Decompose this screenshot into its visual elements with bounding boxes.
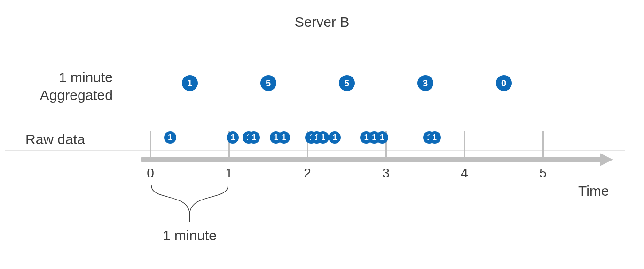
raw-marker: 1 xyxy=(227,131,239,144)
axis-tick xyxy=(542,131,544,157)
diagram-title: Server B xyxy=(0,14,644,30)
timeline-chart: 012345Time155301111111111111111 minute xyxy=(136,56,625,254)
aggregated-label-line1: 1 minute xyxy=(59,69,113,85)
aggregated-marker: 1 xyxy=(182,75,198,91)
axis-tick-label: 5 xyxy=(539,166,547,181)
axis-tick-label: 4 xyxy=(461,166,468,181)
aggregated-marker: 5 xyxy=(260,75,276,91)
axis-caption: Time xyxy=(578,183,609,199)
raw-marker: 1 xyxy=(164,131,176,144)
axis-tick-label: 2 xyxy=(304,166,311,181)
raw-marker: 1 xyxy=(429,131,441,144)
guide-line xyxy=(5,150,625,151)
aggregated-row-label: 1 minute Aggregated xyxy=(14,69,113,104)
axis-tick xyxy=(464,131,465,157)
axis-arrowhead-icon xyxy=(600,153,613,166)
aggregated-marker: 3 xyxy=(417,75,433,91)
aggregated-label-line2: Aggregated xyxy=(40,87,113,103)
raw-marker: 1 xyxy=(329,131,341,144)
raw-marker: 1 xyxy=(376,131,388,144)
axis-tick-label: 3 xyxy=(382,166,390,181)
raw-marker: 1 xyxy=(317,131,329,144)
aggregated-marker: 0 xyxy=(496,75,512,91)
aggregated-marker: 5 xyxy=(339,75,355,91)
axis-tick xyxy=(150,131,151,157)
raw-row-label: Raw data xyxy=(25,131,85,148)
raw-marker: 1 xyxy=(278,131,290,144)
interval-label: 1 minute xyxy=(163,228,217,244)
raw-marker: 1 xyxy=(248,131,260,144)
interval-brace-icon xyxy=(150,185,229,223)
axis-tick-label: 1 xyxy=(225,166,233,181)
axis-line xyxy=(141,157,602,162)
axis-tick-label: 0 xyxy=(147,166,154,181)
